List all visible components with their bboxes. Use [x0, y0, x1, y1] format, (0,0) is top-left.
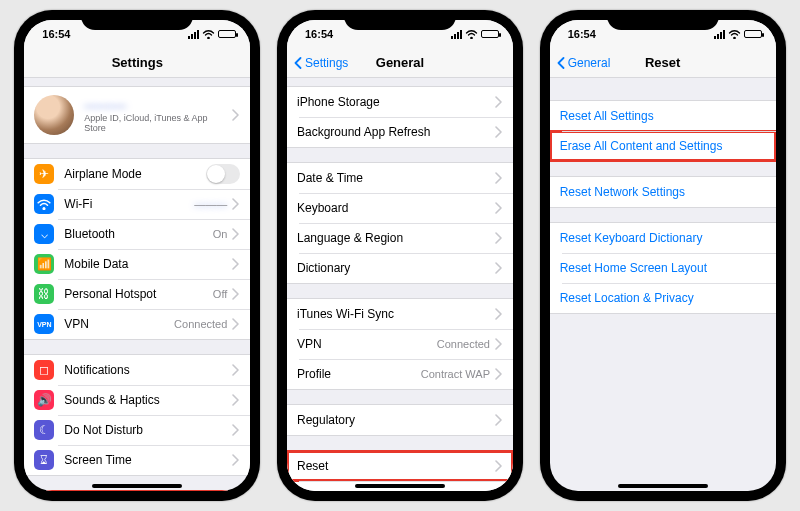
signal-icon	[451, 30, 462, 39]
chevron-right-icon	[494, 126, 503, 138]
row-label: iTunes Wi-Fi Sync	[297, 307, 494, 321]
reset-all-settings-row[interactable]: Reset All Settings	[550, 101, 776, 131]
airplane-mode-row[interactable]: ✈︎ Airplane Mode	[24, 159, 250, 189]
notifications-icon: ◻︎	[34, 360, 54, 380]
chevron-right-icon	[231, 318, 240, 330]
row-label: Background App Refresh	[297, 125, 494, 139]
wifi-value: ———	[194, 198, 227, 210]
chevron-right-icon	[231, 228, 240, 240]
screen-time-row[interactable]: ⌛︎ Screen Time	[24, 445, 250, 475]
avatar	[34, 95, 74, 135]
antenna-icon: 📶	[34, 254, 54, 274]
battery-icon	[481, 30, 499, 38]
back-label: General	[568, 56, 611, 70]
date-time-row[interactable]: Date & Time	[287, 163, 513, 193]
dictionary-row[interactable]: Dictionary	[287, 253, 513, 283]
row-label: Do Not Disturb	[64, 423, 231, 437]
back-button[interactable]: General	[556, 48, 611, 77]
vpn-row[interactable]: VPN VPN Connected	[24, 309, 250, 339]
group-reset-network: Reset Network Settings	[550, 176, 776, 208]
chevron-right-icon	[494, 202, 503, 214]
row-label: VPN	[297, 337, 437, 351]
row-label: Screen Time	[64, 453, 231, 467]
reset-location-row[interactable]: Reset Location & Privacy	[550, 283, 776, 313]
notifications-row[interactable]: ◻︎ Notifications	[24, 355, 250, 385]
home-indicator[interactable]	[618, 484, 708, 488]
reset-keyboard-row[interactable]: Reset Keyboard Dictionary	[550, 223, 776, 253]
network-group: ✈︎ Airplane Mode Wi-Fi ——— ⌵ Bluetooth O…	[24, 158, 250, 340]
signal-icon	[188, 30, 199, 39]
hourglass-icon: ⌛︎	[34, 450, 54, 470]
moon-icon: ☾	[34, 420, 54, 440]
page-title: Reset	[645, 55, 680, 70]
back-button[interactable]: Settings	[293, 48, 348, 77]
sounds-icon: 🔊	[34, 390, 54, 410]
mobile-data-row[interactable]: 📶 Mobile Data	[24, 249, 250, 279]
chevron-right-icon	[231, 454, 240, 466]
chevron-right-icon	[494, 308, 503, 320]
navbar: Settings	[24, 48, 250, 78]
battery-icon	[218, 30, 236, 38]
signal-icon	[714, 30, 725, 39]
row-value: Connected	[437, 338, 490, 350]
row-label: Dictionary	[297, 261, 494, 275]
row-label: Reset Home Screen Layout	[560, 261, 766, 275]
reset-home-row[interactable]: Reset Home Screen Layout	[550, 253, 776, 283]
chevron-right-icon	[494, 338, 503, 350]
chevron-right-icon	[231, 424, 240, 436]
reset-row[interactable]: Reset	[287, 451, 513, 481]
home-indicator[interactable]	[92, 484, 182, 488]
home-indicator[interactable]	[355, 484, 445, 488]
chevron-right-icon	[494, 368, 503, 380]
keyboard-row[interactable]: Keyboard	[287, 193, 513, 223]
hotspot-value: Off	[213, 288, 227, 300]
erase-all-row[interactable]: Erase All Content and Settings	[550, 131, 776, 161]
back-label: Settings	[305, 56, 348, 70]
group-conn: iTunes Wi-Fi Sync VPNConnected ProfileCo…	[287, 298, 513, 390]
language-region-row[interactable]: Language & Region	[287, 223, 513, 253]
reset-network-row[interactable]: Reset Network Settings	[550, 177, 776, 207]
profile-subtitle: Apple ID, iCloud, iTunes & App Store	[84, 113, 231, 133]
chevron-right-icon	[494, 414, 503, 426]
row-label: Language & Region	[297, 231, 494, 245]
dnd-row[interactable]: ☾ Do Not Disturb	[24, 415, 250, 445]
bluetooth-value: On	[213, 228, 228, 240]
chevron-right-icon	[231, 198, 240, 210]
vpn-row[interactable]: VPNConnected	[287, 329, 513, 359]
group-reset-all: Reset All Settings Erase All Content and…	[550, 100, 776, 162]
chevron-right-icon	[494, 96, 503, 108]
chevron-right-icon	[494, 232, 503, 244]
row-label: Sounds & Haptics	[64, 393, 231, 407]
notch	[607, 10, 719, 30]
bluetooth-row[interactable]: ⌵ Bluetooth On	[24, 219, 250, 249]
itunes-wifi-row[interactable]: iTunes Wi-Fi Sync	[287, 299, 513, 329]
row-label: Shut Down	[297, 489, 503, 491]
row-label: Reset All Settings	[560, 109, 766, 123]
page-title: General	[376, 55, 424, 70]
wifi-icon	[34, 194, 54, 214]
regulatory-row[interactable]: Regulatory	[287, 405, 513, 435]
group-storage: iPhone Storage Background App Refresh	[287, 86, 513, 148]
row-label: Airplane Mode	[64, 167, 206, 181]
apple-id-row[interactable]: ——— Apple ID, iCloud, iTunes & App Store	[24, 87, 250, 143]
airplane-toggle[interactable]	[206, 164, 240, 184]
hotspot-row[interactable]: ⛓ Personal Hotspot Off	[24, 279, 250, 309]
chevron-right-icon	[494, 172, 503, 184]
row-label: Bluetooth	[64, 227, 212, 241]
wifi-row[interactable]: Wi-Fi ———	[24, 189, 250, 219]
group-reset-misc: Reset Keyboard Dictionary Reset Home Scr…	[550, 222, 776, 314]
bg-refresh-row[interactable]: Background App Refresh	[287, 117, 513, 147]
page-title: Settings	[112, 55, 163, 70]
row-label: Keyboard	[297, 201, 494, 215]
wifi-status-icon	[202, 29, 215, 39]
row-label: Regulatory	[297, 413, 494, 427]
sounds-row[interactable]: 🔊 Sounds & Haptics	[24, 385, 250, 415]
row-label: Erase All Content and Settings	[560, 139, 766, 153]
status-time: 16:54	[305, 28, 333, 40]
battery-icon	[744, 30, 762, 38]
profile-row[interactable]: ProfileContract WAP	[287, 359, 513, 389]
chevron-right-icon	[231, 394, 240, 406]
row-label: Reset Location & Privacy	[560, 291, 766, 305]
iphone-storage-row[interactable]: iPhone Storage	[287, 87, 513, 117]
chevron-right-icon	[494, 460, 503, 472]
